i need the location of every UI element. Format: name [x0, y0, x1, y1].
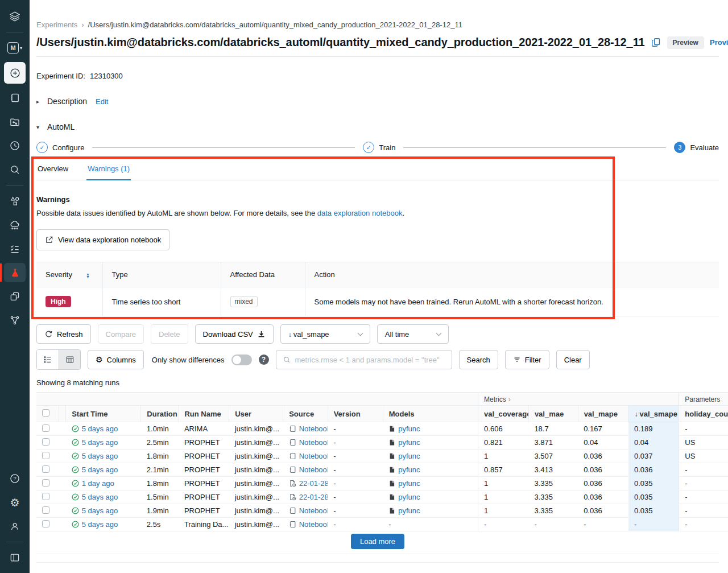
sort-icons[interactable]: ▲▼: [86, 273, 90, 278]
runs-col-user[interactable]: User: [229, 406, 283, 422]
sidebar-item-compute[interactable]: [4, 215, 26, 234]
model-link[interactable]: pyfunc: [398, 479, 420, 488]
row-checkbox[interactable]: [42, 493, 49, 500]
run-link[interactable]: 1 day ago: [82, 479, 114, 488]
delete-button[interactable]: Delete: [151, 324, 188, 344]
description-edit-link[interactable]: Edit: [96, 97, 108, 106]
runs-col-version[interactable]: Version: [328, 406, 383, 422]
list-view-button[interactable]: [37, 350, 59, 369]
runs-col-run_name[interactable]: Run Name: [179, 406, 229, 422]
runs-col-val_mae[interactable]: val_mae: [528, 406, 578, 422]
table-view-button[interactable]: [59, 350, 80, 369]
notebook-icon: [9, 92, 20, 104]
run-link[interactable]: 5 days ago: [82, 438, 118, 447]
row-checkbox[interactable]: [42, 479, 49, 487]
warnings-table: Severity▲▼ Type Affected Data Action Hig…: [36, 262, 719, 316]
sidebar-item-repos[interactable]: [4, 112, 26, 131]
row-checkbox[interactable]: [42, 465, 49, 473]
pyfunc-model-icon: [388, 452, 395, 460]
user-cell: justin.kim@...: [229, 518, 283, 531]
runs-col-val_smape[interactable]: ↓val_smape: [628, 406, 679, 422]
search-help-icon[interactable]: ?: [259, 354, 269, 365]
source-link[interactable]: 22-01-28: [299, 479, 328, 488]
sidebar-item-models[interactable]: [4, 287, 26, 306]
model-link[interactable]: pyfunc: [398, 438, 420, 447]
filter-button[interactable]: Filter: [505, 350, 549, 369]
run-link[interactable]: 5 days ago: [82, 520, 118, 529]
sidebar-item-serving[interactable]: [4, 311, 26, 330]
run-link[interactable]: 5 days ago: [82, 465, 118, 474]
runs-col-models[interactable]: Models: [383, 406, 478, 422]
settings-button[interactable]: ⚙: [4, 493, 26, 512]
run-link[interactable]: 5 days ago: [82, 506, 118, 515]
databricks-logo[interactable]: [4, 7, 26, 26]
sidebar-item-workflows[interactable]: [4, 239, 26, 258]
row-checkbox[interactable]: [42, 438, 49, 446]
runs-col-duration[interactable]: Duration: [141, 406, 179, 422]
copy-button[interactable]: [651, 37, 661, 48]
search-button[interactable]: Search: [459, 350, 498, 369]
runs-col-val_coverage[interactable]: val_coverage: [478, 406, 529, 422]
breadcrumb-experiments-link[interactable]: Experiments: [36, 20, 77, 29]
source-link[interactable]: Notebook:: [299, 506, 328, 515]
source-link[interactable]: Notebook:: [299, 465, 328, 474]
sidebar-item-data[interactable]: [4, 191, 26, 211]
step-configure-label: Configure: [52, 143, 84, 152]
metrics-group-header[interactable]: Metrics›: [478, 393, 679, 406]
clear-button[interactable]: Clear: [556, 350, 590, 369]
row-checkbox[interactable]: [42, 520, 49, 527]
load-more-button[interactable]: Load more: [351, 534, 404, 549]
refresh-button[interactable]: Refresh: [36, 324, 91, 344]
source-link[interactable]: Notebook:: [299, 438, 328, 447]
runs-col-start_time[interactable]: Start Time: [66, 406, 141, 422]
select-all-checkbox[interactable]: [42, 409, 49, 417]
collapse-caret-icon[interactable]: ▸: [36, 98, 42, 105]
view-data-exploration-notebook-button[interactable]: View data exploration notebook: [36, 229, 169, 250]
model-link[interactable]: pyfunc: [398, 506, 420, 515]
time-range-select[interactable]: All time: [377, 324, 449, 344]
source-link[interactable]: Notebook:: [299, 424, 328, 433]
model-link[interactable]: pyfunc: [398, 452, 420, 460]
source-link[interactable]: Notebook:: [299, 520, 328, 529]
tab-warnings[interactable]: Warnings (1): [86, 160, 131, 180]
expand-caret-icon[interactable]: ▾: [36, 124, 42, 130]
time-select-value: All time: [385, 330, 410, 339]
experiment-id-row: Experiment ID:12310300: [36, 72, 719, 80]
help-button[interactable]: ?: [4, 469, 26, 488]
tab-overview[interactable]: Overview: [36, 160, 69, 180]
row-checkbox[interactable]: [42, 424, 49, 432]
source-cell: Notebook:: [283, 436, 328, 450]
source-link[interactable]: 22-01-28: [299, 493, 328, 501]
run-link[interactable]: 5 days ago: [82, 452, 118, 460]
model-link[interactable]: pyfunc: [398, 465, 420, 474]
compare-button[interactable]: Compare: [98, 324, 144, 344]
source-link[interactable]: Notebook:: [299, 452, 328, 460]
version-cell: -: [328, 504, 383, 518]
run-link[interactable]: 5 days ago: [82, 493, 118, 501]
sort-metric-select[interactable]: ↓val_smape: [280, 324, 370, 344]
sidebar-item-search[interactable]: [4, 160, 26, 179]
run-link[interactable]: 5 days ago: [82, 424, 118, 433]
new-button[interactable]: [4, 62, 26, 84]
sidebar-item-experiments[interactable]: [4, 263, 26, 282]
runs-col-holiday_countr[interactable]: holiday_countr: [679, 406, 728, 422]
differences-toggle[interactable]: [231, 354, 252, 365]
row-checkbox[interactable]: [42, 506, 49, 514]
download-csv-button[interactable]: Download CSV: [195, 324, 274, 344]
data-exploration-notebook-link[interactable]: data exploration notebook: [317, 209, 403, 217]
runs-col-val_mape[interactable]: val_mape: [578, 406, 628, 422]
provide-feedback-link[interactable]: Provide Feedback: [710, 38, 728, 47]
sidebar-item-recents[interactable]: [4, 136, 26, 155]
panel-toggle-button[interactable]: [4, 548, 26, 567]
runs-search-input[interactable]: [295, 356, 445, 364]
workspace-switcher[interactable]: M▾: [4, 38, 26, 57]
model-link[interactable]: pyfunc: [398, 424, 420, 433]
warnings-col-severity[interactable]: Severity▲▼: [36, 262, 102, 287]
account-button[interactable]: [4, 517, 26, 536]
sidebar-item-notebooks[interactable]: [4, 88, 26, 108]
row-checkbox[interactable]: [42, 452, 49, 459]
model-link[interactable]: pyfunc: [398, 493, 420, 501]
columns-button[interactable]: ⚙Columns: [88, 350, 144, 369]
sort-select-value: ↓val_smape: [288, 330, 329, 339]
runs-col-source[interactable]: Source: [283, 406, 328, 422]
